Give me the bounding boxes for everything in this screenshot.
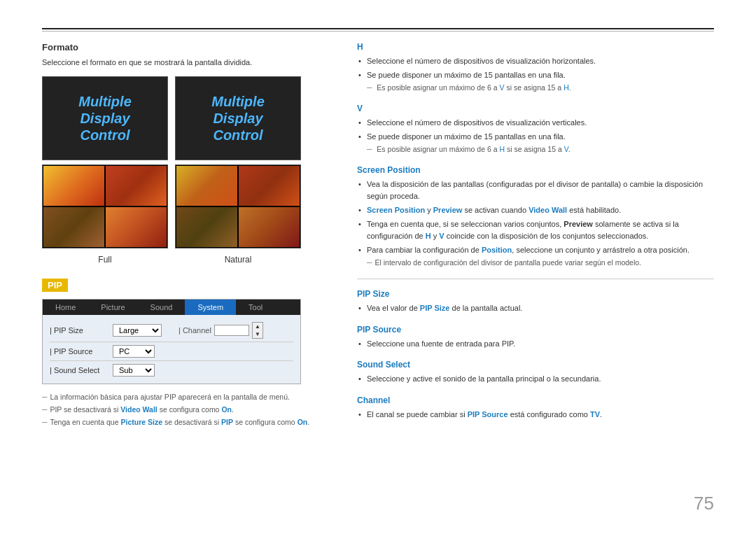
formato-photo-natural [175, 164, 301, 248]
pip-menu-header: Home Picture Sound System Tool [43, 300, 300, 315]
h-bullet-1: Seleccione el número de dispositivos de … [357, 55, 714, 68]
pip-source-select[interactable]: PC TV HDMI [113, 345, 155, 358]
pip-source-section: PIP Source Seleccione una fuente de entr… [357, 325, 714, 351]
sp-bullet-2: Screen Position y Preview se activan cua… [357, 204, 714, 217]
pip-source-bullets: Seleccione una fuente de entrada para PI… [357, 338, 714, 351]
pip-sound-control: Sub Main [113, 364, 155, 377]
flower-cell-2 [105, 165, 167, 206]
pip-source-bullet-1: Seleccione una fuente de entrada para PI… [357, 338, 714, 351]
flower-grid-full [43, 165, 167, 248]
v-label: V [357, 104, 714, 113]
sp-note: El intervalo de configuración del diviso… [357, 258, 714, 269]
pip-size-select[interactable]: Large Medium Small [113, 324, 162, 337]
tab-picture[interactable]: Picture [88, 300, 137, 315]
formato-image-full-text: MultipleDisplayControl [42, 76, 168, 160]
pip-note-1-text: La información básica para ajustar PIP a… [50, 391, 289, 404]
pip-source-row: | PIP Source PC TV HDMI [50, 342, 293, 361]
v-note: Es posible asignar un máximo de 6 a H si… [357, 144, 714, 155]
pip-size-section-label: PIP Size [357, 289, 714, 299]
screen-position-bullets: Vea la disposición de las pantallas (con… [357, 178, 714, 257]
spin-down[interactable]: ▼ [253, 330, 262, 338]
pip-size-bullet-1: Vea el valor de PIP Size de la pantalla … [357, 302, 714, 315]
pip-note-3-text: Tenga en cuenta que Picture Size se desa… [50, 416, 309, 429]
pip-badge: PIP [42, 279, 68, 292]
screen-position-section: Screen Position Vea la disposición de la… [357, 165, 714, 269]
sound-select-label: Sound Select [357, 360, 714, 370]
pip-size-row: | PIP Size Large Medium Small | Channel … [50, 319, 293, 342]
formato-images: MultipleDisplayControl MultipleDisplayCo… [42, 76, 336, 160]
h-note-h: H [564, 83, 569, 92]
tab-tool[interactable]: Tool [236, 300, 275, 315]
v-bullets: Seleccione el número de dispositivos de … [357, 117, 714, 143]
h-label: H [357, 42, 714, 52]
channel-bullets: El canal se puede cambiar si PIP Source … [357, 409, 714, 421]
top-divider [42, 28, 714, 29]
right-column: H Seleccione el número de dispositivos d… [357, 42, 714, 431]
flower-cell-4 [105, 206, 167, 248]
flower-cell-n4 [238, 206, 300, 248]
sp-bullet-1: Vea la disposición de las pantallas (con… [357, 178, 714, 203]
formato-text-1: MultipleDisplayControl [43, 77, 167, 160]
screen-position-label: Screen Position [357, 165, 714, 175]
spin-up[interactable]: ▲ [253, 323, 262, 330]
pip-channel-spin[interactable]: ▲ ▼ [252, 322, 263, 339]
pip-source-control: PC TV HDMI [113, 345, 155, 358]
pip-note-1: La información básica para ajustar PIP a… [42, 391, 336, 404]
formato-image-natural-text: MultipleDisplayControl [175, 76, 301, 160]
section-divider [357, 279, 714, 279]
label-full: Full [42, 253, 168, 265]
sound-select-bullet-1: Seleccione y active el sonido de la pant… [357, 373, 714, 386]
channel-section: Channel El canal se puede cambiar si PIP… [357, 395, 714, 421]
channel-bullet-1: El canal se puede cambiar si PIP Source … [357, 409, 714, 421]
sp-bullet-3: Tenga en cuenta que, si se seleccionan v… [357, 218, 714, 243]
pip-menu: Home Picture Sound System Tool | PIP Siz… [42, 299, 301, 384]
h-note-v: V [499, 83, 504, 92]
v-bullet-2: Se puede disponer un máximo de 15 pantal… [357, 131, 714, 143]
flower-cell-n3 [176, 206, 238, 248]
formato-title: Formato [42, 42, 336, 52]
pip-note-2-text: PIP se desactivará si Video Wall se conf… [50, 404, 233, 416]
pip-source-section-label: PIP Source [357, 325, 714, 335]
tab-home[interactable]: Home [43, 300, 88, 315]
sp-bullet-4: Para cambiar la configuración de Positio… [357, 244, 714, 257]
label-natural: Natural [175, 253, 301, 265]
pip-size-section: PIP Size Vea el valor de PIP Size de la … [357, 289, 714, 315]
page: Formato Seleccione el formato en que se … [0, 0, 756, 534]
flower-grid-natural [176, 165, 300, 248]
image-labels: Full Natural [42, 253, 336, 265]
pip-notes: La información básica para ajustar PIP a… [42, 391, 336, 429]
formato-photo-images [42, 164, 336, 248]
pip-source-label: | PIP Source [50, 347, 113, 356]
flower-cell-n1 [176, 165, 238, 206]
left-column: Formato Seleccione el formato en que se … [42, 42, 336, 431]
pip-size-label: | PIP Size [50, 326, 113, 335]
pip-sound-row: | Sound Select Sub Main [50, 361, 293, 379]
h-bullets: Seleccione el número de dispositivos de … [357, 55, 714, 81]
flower-cell-3 [43, 206, 105, 248]
pip-note-3: Tenga en cuenta que Picture Size se desa… [42, 416, 336, 429]
pip-size-bullets: Vea el valor de PIP Size de la pantalla … [357, 302, 714, 315]
pip-channel-input[interactable] [214, 325, 249, 336]
v-bullet-1: Seleccione el número de dispositivos de … [357, 117, 714, 129]
formato-desc: Seleccione el formato en que se mostrará… [42, 58, 336, 66]
pip-note-2: PIP se desactivará si Video Wall se conf… [42, 404, 336, 416]
h-note: Es posible asignar un máximo de 6 a V si… [357, 83, 714, 94]
v-note-h: H [499, 145, 505, 153]
pip-sound-label: | Sound Select [50, 366, 113, 374]
page-number: 75 [694, 493, 714, 514]
pip-sound-select[interactable]: Sub Main [113, 364, 155, 377]
flower-cell-1 [43, 165, 105, 206]
tab-system[interactable]: System [185, 300, 236, 315]
h-bullet-2: Se puede disponer un máximo de 15 pantal… [357, 69, 714, 82]
tab-sound[interactable]: Sound [138, 300, 186, 315]
channel-label: Channel [357, 395, 714, 405]
h-section: H Seleccione el número de dispositivos d… [357, 42, 714, 94]
v-section: V Seleccione el número de dispositivos d… [357, 104, 714, 155]
main-content: Formato Seleccione el formato en que se … [42, 42, 714, 431]
flower-cell-n2 [238, 165, 300, 206]
pip-size-control: Large Medium Small | Channel ▲ ▼ [113, 322, 263, 339]
pip-channel-label: | Channel [178, 326, 211, 335]
formato-text-2: MultipleDisplayControl [176, 77, 300, 160]
v-note-v: V [564, 145, 568, 153]
sound-select-section: Sound Select Seleccione y active el soni… [357, 360, 714, 386]
